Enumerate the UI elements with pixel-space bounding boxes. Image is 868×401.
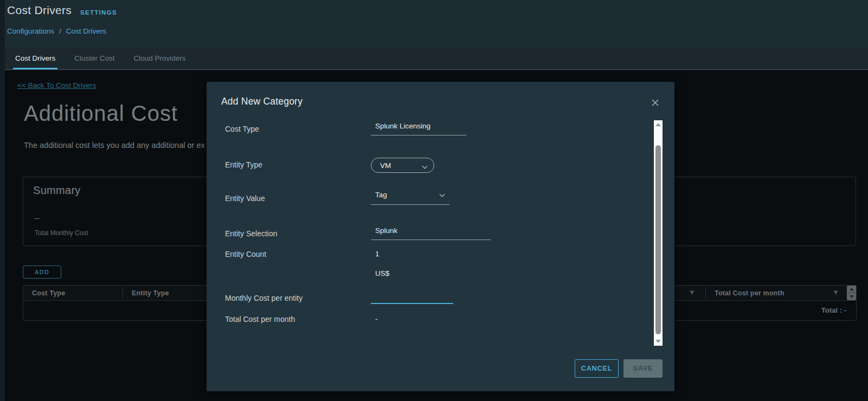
monthly-cost-label: Monthly Cost per entity — [225, 294, 303, 302]
entity-value-select[interactable]: Tag — [371, 190, 449, 205]
entity-type-select[interactable]: VM — [371, 158, 434, 173]
scroll-down-icon[interactable] — [655, 340, 661, 343]
header: Cost Drivers SETTINGS Configurations/Cos… — [0, 0, 868, 48]
breadcrumb: Configurations/Cost Drivers — [7, 27, 106, 35]
close-button[interactable] — [649, 96, 661, 108]
save-button[interactable]: SAVE — [623, 359, 663, 378]
entity-count-value: 1 — [375, 250, 380, 258]
breadcrumb-cost-drivers[interactable]: Cost Drivers — [66, 27, 106, 35]
entity-type-label: Entity Type — [225, 160, 262, 169]
currency-label: US$ — [375, 269, 389, 278]
close-icon — [651, 99, 659, 107]
modal-scrollbar-thumb[interactable] — [655, 145, 661, 334]
tab-cloud-providers[interactable]: Cloud Providers — [134, 48, 186, 69]
total-cost-value: - — [375, 315, 378, 324]
modal-scrollbar-track[interactable] — [654, 120, 663, 346]
settings-link[interactable]: SETTINGS — [80, 9, 117, 16]
add-new-category-modal: Add New Category Cost Type Entity Type V… — [207, 82, 674, 391]
chevron-down-icon — [440, 192, 445, 197]
breadcrumb-separator: / — [59, 27, 61, 35]
tab-bar: Cost Drivers Cluster Cost Cloud Provider… — [0, 48, 868, 70]
entity-type-value: VM — [380, 161, 391, 170]
scroll-up-icon[interactable] — [655, 123, 661, 126]
page-title: Cost Drivers — [7, 4, 72, 17]
chevron-down-icon — [422, 164, 428, 169]
tab-cost-drivers[interactable]: Cost Drivers — [15, 48, 55, 69]
cost-type-label: Cost Type — [225, 125, 259, 133]
modal-title: Add New Category — [221, 96, 303, 107]
breadcrumb-configurations[interactable]: Configurations — [7, 27, 54, 35]
tab-cluster-cost[interactable]: Cluster Cost — [74, 48, 114, 69]
page-left-gutter — [0, 0, 5, 401]
total-cost-label: Total Cost per month — [225, 315, 295, 324]
entity-count-label: Entity Count — [225, 250, 266, 258]
entity-value-label: Entity Value — [225, 194, 265, 203]
monthly-cost-input[interactable] — [371, 289, 453, 304]
cost-type-input[interactable] — [371, 120, 466, 135]
cancel-button[interactable]: CANCEL — [575, 359, 619, 378]
entity-selection-input[interactable] — [371, 225, 491, 240]
entity-value-value: Tag — [375, 191, 387, 199]
entity-selection-label: Entity Selection — [225, 229, 278, 238]
